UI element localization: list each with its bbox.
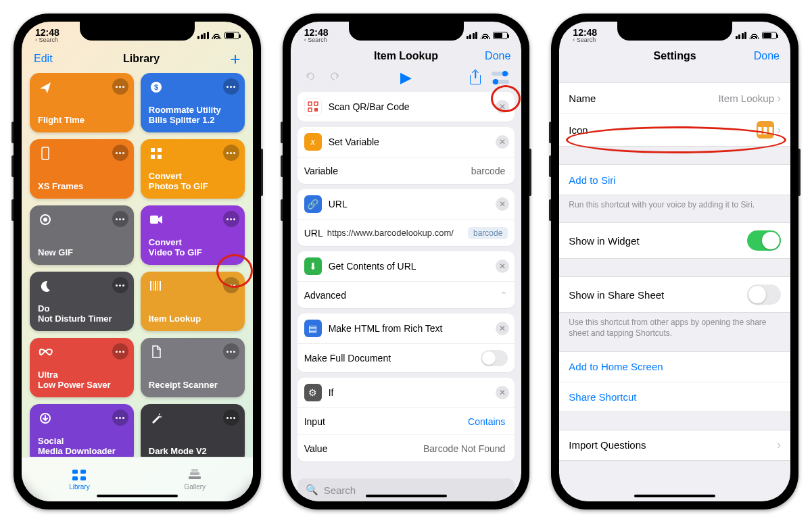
add-button[interactable]: + — [230, 50, 240, 68]
import-questions-label: Import Questions — [569, 439, 646, 451]
home-indicator[interactable] — [634, 495, 715, 497]
value-value[interactable]: Barcode Not Found — [423, 443, 508, 454]
variable-value[interactable]: barcode — [471, 166, 508, 176]
url-value[interactable]: https://www.barcodelookup.com/ — [327, 228, 464, 238]
url-variable-pill[interactable]: barcode — [468, 227, 508, 239]
link-icon: 🔗 — [304, 195, 322, 213]
delete-action-button[interactable]: ✕ — [496, 259, 509, 273]
shortcut-tile[interactable]: New GIF — [30, 205, 134, 265]
wifi-icon — [212, 32, 222, 39]
done-button[interactable]: Done — [438, 50, 510, 62]
svg-rect-6 — [158, 155, 162, 159]
battery-icon — [493, 32, 508, 39]
svg-point-16 — [159, 414, 160, 415]
add-home-label: Add to Home Screen — [569, 361, 663, 372]
shortcut-tile[interactable]: Flight Time — [30, 73, 134, 132]
chevron-right-icon: › — [777, 123, 781, 137]
tile-more-button[interactable] — [112, 277, 128, 293]
nav-bar: Settings Done — [559, 49, 790, 66]
row-import-questions[interactable]: Import Questions › — [559, 430, 790, 460]
shortcut-tile[interactable]: Receipt Scanner — [141, 338, 245, 397]
tile-more-button[interactable] — [223, 145, 239, 161]
tile-more-button[interactable] — [112, 145, 128, 161]
shortcut-grid: Flight Time$Roommate Utility Bills Split… — [22, 73, 253, 457]
settings-list: Name Item Lookup › Icon ▮▮▮ › Add to Sir… — [559, 66, 790, 501]
tile-more-button[interactable] — [223, 211, 239, 227]
delete-action-button[interactable]: ✕ — [496, 322, 509, 335]
home-indicator[interactable] — [97, 495, 178, 497]
row-share-sheet[interactable]: Show in Share Sheet — [559, 277, 790, 312]
editor-toolbar: ▶ — [291, 66, 522, 92]
run-button[interactable]: ▶ — [400, 69, 412, 86]
widget-toggle[interactable] — [747, 230, 781, 251]
shortcut-tile[interactable]: Do Not Disturb Timer — [30, 272, 134, 331]
tile-more-button[interactable] — [223, 343, 239, 359]
tile-more-button[interactable] — [223, 78, 239, 95]
tile-label: Social Media Downloader — [38, 436, 126, 457]
chevron-right-icon: › — [777, 91, 781, 105]
redo-button[interactable] — [327, 69, 342, 86]
tab-library-label: Library — [69, 483, 90, 491]
row-widget[interactable]: Show in Widget — [559, 223, 790, 258]
phone-icon — [38, 146, 53, 161]
input-value[interactable]: Contains — [468, 416, 508, 427]
wand-icon — [149, 411, 164, 426]
delete-action-button[interactable]: ✕ — [496, 135, 509, 149]
share-footer: Use this shortcut from other apps by ope… — [559, 313, 790, 351]
done-button[interactable]: Done — [696, 50, 780, 62]
make-full-toggle[interactable] — [481, 350, 508, 366]
shortcut-tile[interactable]: XS Frames — [30, 139, 134, 199]
tile-label: Receipt Scanner — [149, 380, 237, 391]
search-input[interactable]: 🔍 Search — [297, 478, 515, 501]
edit-button[interactable]: Edit — [34, 53, 53, 65]
variable-icon: x — [304, 133, 322, 151]
shortcut-tile[interactable]: Convert Video To GIF — [141, 205, 245, 265]
svg-rect-29 — [308, 108, 312, 111]
svg-rect-2 — [42, 147, 49, 159]
share-sheet-toggle[interactable] — [747, 284, 781, 305]
add-siri-label: Add to Siri — [569, 174, 615, 186]
svg-rect-9 — [150, 216, 158, 224]
action-scan[interactable]: Scan QR/Bar Code ✕ — [297, 92, 515, 122]
settings-toggle-button[interactable] — [492, 72, 509, 84]
row-name[interactable]: Name Item Lookup › — [559, 83, 790, 113]
action-set-variable[interactable]: x Set Variable ✕ Variable barcode — [297, 127, 515, 184]
delete-action-button[interactable]: ✕ — [496, 197, 509, 211]
delete-action-button[interactable]: ✕ — [496, 100, 509, 114]
status-back-hint[interactable]: Search — [573, 37, 597, 43]
tile-more-button[interactable] — [112, 409, 128, 426]
action-get-contents[interactable]: ⬇ Get Contents of URL ✕ Advanced ⌃ — [297, 251, 515, 308]
tile-more-button[interactable] — [112, 343, 128, 359]
action-make-html[interactable]: ▤ Make HTML from Rich Text ✕ Make Full D… — [297, 314, 515, 372]
status-back-hint[interactable]: Search — [35, 37, 59, 43]
tile-more-button[interactable] — [112, 211, 128, 227]
shortcut-tile[interactable]: Social Media Downloader — [30, 404, 134, 457]
share-button[interactable] — [470, 71, 481, 84]
row-icon[interactable]: Icon ▮▮▮ › — [559, 113, 790, 146]
undo-button[interactable] — [303, 69, 318, 86]
action-if[interactable]: ⚙ If ✕ Input Contains Value Barcode Not … — [297, 378, 515, 462]
qr-icon — [304, 98, 322, 116]
advanced-label[interactable]: Advanced — [304, 290, 346, 301]
svg-rect-5 — [151, 155, 155, 159]
icon-key: Icon — [569, 124, 588, 136]
shortcut-tile[interactable]: Ultra Low Power Saver — [30, 338, 134, 397]
value-key: Value — [304, 443, 328, 454]
tile-more-button[interactable] — [223, 277, 239, 293]
status-back-hint[interactable]: Search — [304, 37, 329, 43]
row-add-siri[interactable]: Add to Siri — [559, 165, 790, 195]
svg-rect-12 — [155, 281, 156, 291]
row-add-home[interactable]: Add to Home Screen — [559, 352, 790, 382]
shortcut-tile[interactable]: $Roommate Utility Bills Splitter 1.2 — [141, 73, 245, 132]
gallery-icon — [187, 468, 203, 482]
tile-more-button[interactable] — [112, 78, 128, 95]
home-indicator[interactable] — [366, 495, 447, 497]
svg-rect-13 — [158, 281, 158, 291]
action-url[interactable]: 🔗 URL ✕ URL https://www.barcodelookup.co… — [297, 189, 515, 246]
shortcut-tile[interactable]: Convert Photos To GIF — [141, 139, 245, 199]
shortcut-tile[interactable]: Item Lookup — [141, 272, 245, 331]
tile-more-button[interactable] — [223, 409, 239, 426]
shortcut-tile[interactable]: Dark Mode V2 — [141, 404, 245, 457]
row-share-shortcut[interactable]: Share Shortcut — [559, 382, 790, 412]
delete-action-button[interactable]: ✕ — [496, 386, 509, 399]
